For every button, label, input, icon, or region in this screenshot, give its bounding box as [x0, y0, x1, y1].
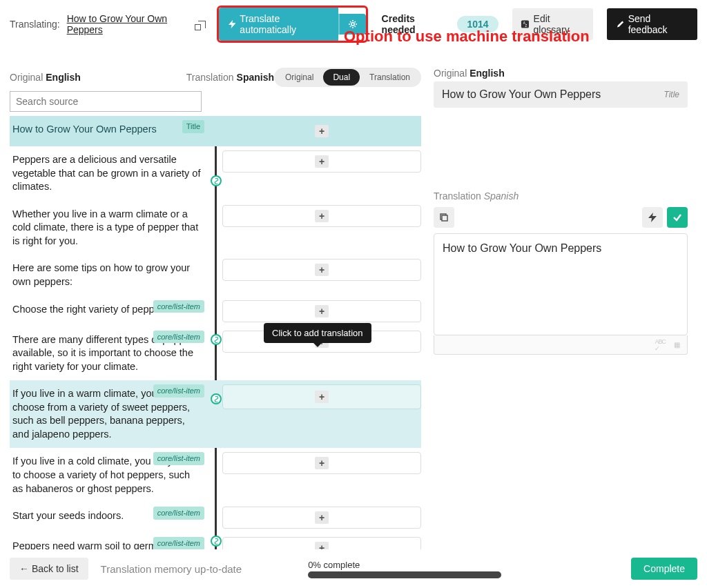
segment-type-label: Title [664, 90, 679, 99]
search-input[interactable] [10, 91, 202, 112]
tab-dual[interactable]: Dual [323, 69, 360, 86]
svg-text:Z: Z [525, 24, 527, 28]
check-icon [672, 213, 682, 222]
original-label: Original [10, 72, 43, 83]
segment-type-badge: core/list-item [153, 331, 204, 344]
document-title-text: How to Grow Your Own Peppers [67, 13, 196, 35]
segment-link-icon[interactable] [211, 536, 222, 547]
callout-annotation: Option to use machine translation [344, 28, 590, 46]
svg-rect-5 [442, 215, 447, 221]
add-translation-target[interactable]: + [222, 120, 421, 142]
machine-translate-button[interactable] [642, 207, 663, 228]
add-translation-target[interactable]: + [222, 150, 421, 173]
segment-type-badge: core/list-item [153, 384, 204, 398]
tab-original[interactable]: Original [275, 69, 323, 86]
external-link-icon [198, 21, 205, 28]
segment-row[interactable]: Whether you live in a warm climate or a … [10, 201, 421, 255]
translation-footer: ABC✓ ▦ [434, 335, 688, 355]
copy-icon [439, 213, 449, 222]
segment-source-text: If you live in a cold climate, you may w… [10, 448, 209, 502]
segment-source-text: How to Grow Your Own PeppersTitle [10, 116, 209, 146]
segment-source-text: If you live in a warm climate, you can c… [10, 380, 209, 448]
segment-row[interactable]: Peppers are a delicious and versatile ve… [10, 146, 421, 201]
plus-icon: + [315, 155, 329, 168]
segment-link-icon[interactable] [211, 334, 222, 345]
segment-type-badge: core/list-item [153, 452, 204, 465]
original-text-display: How to Grow Your Own Peppers Title [434, 81, 688, 108]
progress-label: 0% complete [308, 560, 360, 570]
progress-indicator: 0% complete [308, 560, 501, 578]
segment-row[interactable]: Here are some tips on how to grow your o… [10, 255, 421, 295]
segment-link-icon[interactable] [211, 393, 222, 404]
complete-button[interactable]: Complete [631, 558, 697, 580]
translating-label: Translating: [10, 19, 60, 30]
original-language: English [46, 72, 81, 83]
segment-row[interactable]: If you live in a cold climate, you may w… [10, 448, 421, 502]
translation-textarea[interactable]: How to Grow Your Own Peppers [434, 233, 688, 335]
segment-source-text: Whether you live in a warm climate or a … [10, 201, 209, 255]
confirm-translation-button[interactable] [667, 207, 688, 228]
add-translation-target[interactable]: + [222, 300, 421, 322]
translation-language: Spanish [237, 72, 274, 83]
progress-bar [308, 571, 501, 578]
add-translation-target[interactable]: + [222, 507, 421, 529]
segment-type-badge: core/list-item [153, 507, 204, 520]
add-translation-target[interactable]: + [222, 259, 421, 281]
format-indicator-icon: ▦ [674, 341, 680, 349]
translate-automatically-button[interactable]: Translate automatically [219, 8, 338, 41]
plus-icon: + [315, 210, 329, 222]
segment-source-text: Here are some tips on how to grow your o… [10, 255, 209, 295]
send-feedback-label: Send feedback [628, 13, 688, 35]
segment-source-text: Peppers are a delicious and versatile ve… [10, 146, 209, 201]
segment-row[interactable]: Start your seeds indoors.core/list-item+ [10, 502, 421, 533]
segments-list: How to Grow Your Own PeppersTitle+Pepper… [10, 116, 421, 565]
translation-label: Translation [186, 72, 234, 83]
segment-link-icon[interactable] [211, 175, 222, 186]
document-title-link[interactable]: How to Grow Your Own Peppers [67, 13, 206, 35]
add-translation-tooltip: Click to add translation [264, 323, 371, 343]
segment-source-text: Choose the right variety of pepper.core/… [10, 296, 209, 326]
bolt-icon [648, 213, 657, 222]
bolt-icon [229, 19, 236, 29]
segment-type-badge: core/list-item [153, 300, 204, 313]
send-feedback-button[interactable]: Send feedback [607, 8, 697, 40]
plus-icon: + [315, 457, 329, 469]
add-translation-target[interactable]: + [222, 205, 421, 227]
segment-row[interactable]: How to Grow Your Own PeppersTitle+ [10, 116, 421, 146]
segment-row[interactable]: Choose the right variety of pepper.core/… [10, 296, 421, 326]
segment-source-text: Start your seeds indoors.core/list-item [10, 502, 209, 533]
original-text: How to Grow Your Own Peppers [442, 88, 601, 101]
svg-point-0 [351, 23, 354, 26]
dual-view-column: Original English Translation Spanish Ori… [10, 68, 421, 565]
right-original-head: Original English [434, 68, 688, 79]
plus-icon: + [315, 511, 329, 524]
translation-memory-status: Translation memory up-to-date [101, 563, 242, 575]
plus-icon: + [315, 264, 329, 276]
copy-source-button[interactable] [434, 207, 454, 228]
editor-column: Original English How to Grow Your Own Pe… [434, 68, 688, 565]
tab-translation[interactable]: Translation [360, 69, 420, 86]
right-translation-head: Translation Spanish [434, 190, 688, 202]
pencil-icon [617, 20, 624, 28]
add-translation-target[interactable]: + [222, 384, 421, 409]
plus-icon: + [315, 391, 329, 403]
segment-type-badge: core/list-item [153, 537, 204, 550]
view-mode-tabs: Original Dual Translation [274, 68, 421, 87]
add-translation-target[interactable]: + [222, 452, 421, 474]
plus-icon: + [315, 305, 329, 317]
back-to-list-button[interactable]: ← Back to list [10, 558, 88, 580]
segment-row[interactable]: If you live in a warm climate, you can c… [10, 380, 421, 448]
char-indicator-icon: ABC✓ [655, 338, 666, 352]
segment-type-badge: Title [182, 120, 204, 133]
segment-source-text: There are many different types of pepper… [10, 326, 209, 381]
plus-icon: + [315, 125, 329, 137]
translate-auto-label: Translate automatically [240, 13, 328, 35]
